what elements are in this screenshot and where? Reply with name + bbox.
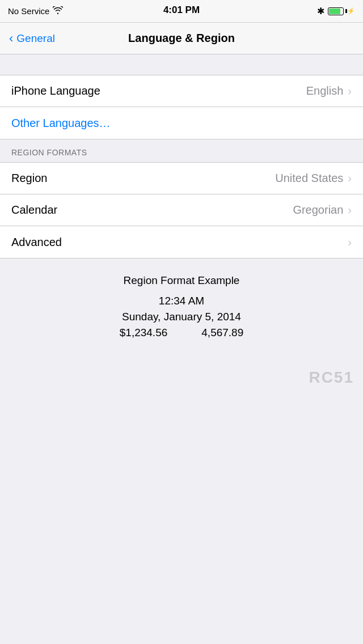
calendar-value: Gregorian (293, 204, 343, 217)
content-area: iPhone Language English › Other Language… (0, 54, 363, 644)
back-button[interactable]: ‹ General (9, 32, 55, 45)
bluetooth-icon: ✱ (317, 6, 324, 16)
time-display: 4:01 PM (163, 5, 200, 16)
battery-indicator: ⚡ (328, 7, 355, 15)
format-example-title: Region Format Example (124, 274, 240, 287)
format-example-time: 12:34 AM (159, 295, 204, 307)
advanced-label: Advanced (11, 236, 348, 249)
top-spacer (0, 54, 363, 75)
nav-bar: ‹ General Language & Region (0, 23, 363, 54)
iphone-language-row[interactable]: iPhone Language English › (0, 75, 363, 107)
format-decimal: 4,567.89 (201, 327, 243, 339)
region-section-header: REGION FORMATS (0, 139, 363, 162)
format-example-numbers: $1,234.56 4,567.89 (120, 327, 244, 339)
charge-icon: ⚡ (347, 7, 355, 15)
carrier-label: No Service (8, 6, 49, 16)
bottom-area: RC51 (0, 350, 363, 396)
region-header-text: REGION FORMATS (11, 148, 87, 157)
format-example-date: Sunday, January 5, 2014 (122, 311, 241, 323)
region-section: Region United States › Calendar Gregoria… (0, 162, 363, 259)
format-currency: $1,234.56 (120, 327, 168, 339)
wifi-icon (53, 6, 63, 16)
advanced-row[interactable]: Advanced › (0, 226, 363, 258)
nav-title: Language & Region (128, 32, 235, 45)
advanced-chevron-icon: › (348, 236, 352, 249)
back-chevron-icon: ‹ (9, 32, 13, 45)
back-label: General (16, 32, 55, 45)
other-languages-label: Other Languages… (11, 117, 352, 130)
iphone-language-value: English (306, 84, 344, 98)
calendar-chevron-icon: › (348, 204, 352, 217)
region-chevron-icon: › (348, 172, 352, 185)
iphone-language-label: iPhone Language (11, 84, 306, 98)
calendar-row[interactable]: Calendar Gregorian › (0, 194, 363, 226)
watermark: RC51 (309, 368, 354, 387)
format-example-section: Region Format Example 12:34 AM Sunday, J… (0, 259, 363, 350)
region-label: Region (11, 172, 275, 185)
region-value: United States (275, 172, 343, 185)
other-languages-row[interactable]: Other Languages… (0, 107, 363, 139)
calendar-label: Calendar (11, 204, 293, 217)
status-bar: No Service 4:01 PM ✱ ⚡ (0, 0, 363, 23)
region-row[interactable]: Region United States › (0, 163, 363, 194)
language-section: iPhone Language English › Other Language… (0, 75, 363, 139)
iphone-language-chevron-icon: › (348, 84, 352, 98)
